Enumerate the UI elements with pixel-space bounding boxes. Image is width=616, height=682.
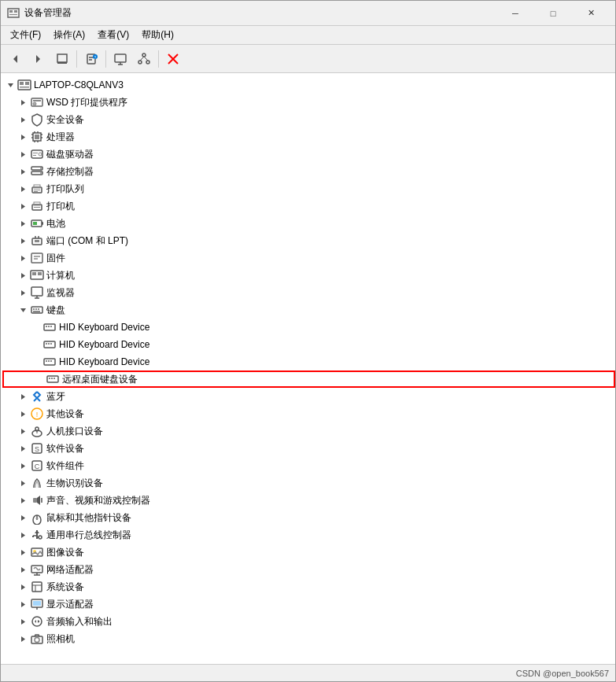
tree-item-firmware[interactable]: 固件 [1,249,615,267]
label-remote-keyboard: 远程桌面键盘设备 [62,373,138,386]
expand-btn-wsd[interactable] [17,96,29,109]
tree-item-image[interactable]: 图像设备 [1,544,615,561]
expand-btn-storage[interactable] [17,165,29,178]
forward-button[interactable] [28,48,50,70]
minimize-button[interactable]: ─ [497,2,533,24]
expand-btn-computer[interactable] [17,269,29,282]
tree-item-computer[interactable]: 计算机 [1,267,615,284]
icon-monitor [29,286,45,300]
expand-btn-battery[interactable] [17,217,29,230]
label-image: 图像设备 [46,546,84,559]
expand-btn-diskdrive[interactable] [17,148,29,160]
tree-item-processor[interactable]: 处理器 [1,128,615,146]
device-tree[interactable]: LAPTOP-C8QLANV3WSD 打印提供程序安全设备处理器磁盘驱动器存储控… [1,73,615,664]
tree-item-port[interactable]: 端口 (COM 和 LPT) [1,232,615,249]
tree-item-printer[interactable]: 打印机 [1,197,615,215]
maximize-button[interactable]: □ [535,2,571,24]
tree-item-other[interactable]: !其他设备 [1,405,615,422]
svg-marker-110 [21,429,25,434]
expand-btn-security[interactable] [17,113,29,126]
svg-rect-2 [14,10,17,13]
expand-btn-port[interactable] [17,234,29,247]
expand-btn-keyboard[interactable] [17,304,29,316]
tree-item-hid[interactable]: 人机接口设备 [1,422,615,440]
tree-item-battery[interactable]: 电池 [1,215,615,232]
icon-display [29,597,45,611]
tree-item-usb[interactable]: 通用串行总线控制器 [1,526,615,544]
svg-marker-80 [21,290,25,296]
svg-point-134 [39,536,42,539]
menu-action[interactable]: 操作(A) [47,27,91,43]
expand-btn-monitor[interactable] [17,286,29,299]
expand-btn-mouse[interactable] [17,511,29,524]
tree-item-bluetooth[interactable]: 蓝牙 [1,388,615,405]
tree-item-monitor[interactable]: 监视器 [1,284,615,301]
toolbar-separator-3 [158,50,159,68]
tree-item-hid3[interactable]: HID Keyboard Device [1,353,615,370]
expand-btn-softdev[interactable] [17,442,29,455]
delete-button[interactable] [162,48,184,70]
menu-view[interactable]: 查看(V) [91,27,135,43]
tree-item-camera[interactable]: 照相机 [1,630,615,647]
svg-point-52 [40,168,42,169]
tree-item-mouse[interactable]: 鼠标和其他指针设备 [1,509,615,526]
expand-btn-usb[interactable] [17,529,29,541]
tree-item-security[interactable]: 安全设备 [1,111,615,128]
help-button[interactable]: ? [80,48,102,70]
tree-item-remote-keyboard[interactable]: 远程桌面键盘设备 [2,370,615,388]
expand-btn-hid1 [29,321,42,334]
menu-file[interactable]: 文件(F) [4,27,47,43]
expand-btn-firmware[interactable] [17,252,29,264]
tree-item-network[interactable]: 网络适配器 [1,561,615,578]
expand-btn-audio[interactable] [17,494,29,507]
monitor-button[interactable] [109,48,131,70]
tree-item-wsd[interactable]: WSD 打印提供程序 [1,94,615,111]
tree-item-printqueue[interactable]: 打印队列 [1,180,615,197]
tree-item-hid2[interactable]: HID Keyboard Device [1,336,615,353]
expand-btn-printqueue[interactable] [17,182,29,195]
expand-btn-system[interactable] [17,581,29,593]
tree-item-storage[interactable]: 存储控制器 [1,163,615,180]
expand-btn-audioinout[interactable] [17,615,29,628]
expand-btn-image[interactable] [17,546,29,559]
tree-item-diskdrive[interactable]: 磁盘驱动器 [1,146,615,163]
back-button[interactable] [4,48,26,70]
status-bar: CSDN @open_book567 [1,664,615,681]
svg-rect-71 [35,240,39,242]
tree-item-system[interactable]: 系统设备 [1,578,615,595]
svg-point-127 [36,518,39,520]
svg-rect-100 [48,360,50,362]
tree-item-softcomp[interactable]: C软件组件 [1,457,615,474]
close-button[interactable]: ✕ [573,2,609,24]
tree-item-audioinout[interactable]: 音频输入和输出 [1,613,615,630]
expand-btn-printer[interactable] [17,200,29,212]
tree-item-softdev[interactable]: S软件设备 [1,440,615,457]
device-manager-window: 设备管理器 ─ □ ✕ 文件(F) 操作(A) 查看(V) 帮助(H) [0,0,616,682]
tree-item-display[interactable]: 显示适配器 [1,595,615,613]
tree-item-audio[interactable]: 声音、视频和游戏控制器 [1,492,615,509]
svg-point-16 [142,53,146,57]
expand-btn-biometric[interactable] [17,477,29,489]
tree-item-biometric[interactable]: 生物识别设备 [1,474,615,492]
tree-item-hid1[interactable]: HID Keyboard Device [1,319,615,336]
expand-btn-bluetooth[interactable] [17,390,29,403]
expand-btn-processor[interactable] [17,131,29,143]
tree-item-keyboard[interactable]: 键盘 [1,301,615,319]
svg-rect-65 [42,222,43,225]
tree-item-root[interactable]: LAPTOP-C8QLANV3 [1,76,615,94]
icon-diskdrive [29,147,45,161]
svg-marker-152 [21,636,25,642]
svg-rect-45 [31,150,42,158]
expand-btn-softcomp[interactable] [17,459,29,472]
network-button[interactable] [133,48,155,70]
expand-btn-network[interactable] [17,563,29,576]
expand-btn-camera[interactable] [17,632,29,645]
svg-rect-3 [9,14,17,15]
expand-btn-hid[interactable] [17,425,29,437]
up-button[interactable] [51,48,73,70]
expand-btn-display[interactable] [17,598,29,610]
expand-btn-root[interactable] [4,79,17,91]
expand-btn-other[interactable] [17,407,29,420]
svg-marker-106 [21,394,25,400]
menu-help[interactable]: 帮助(H) [135,27,180,43]
